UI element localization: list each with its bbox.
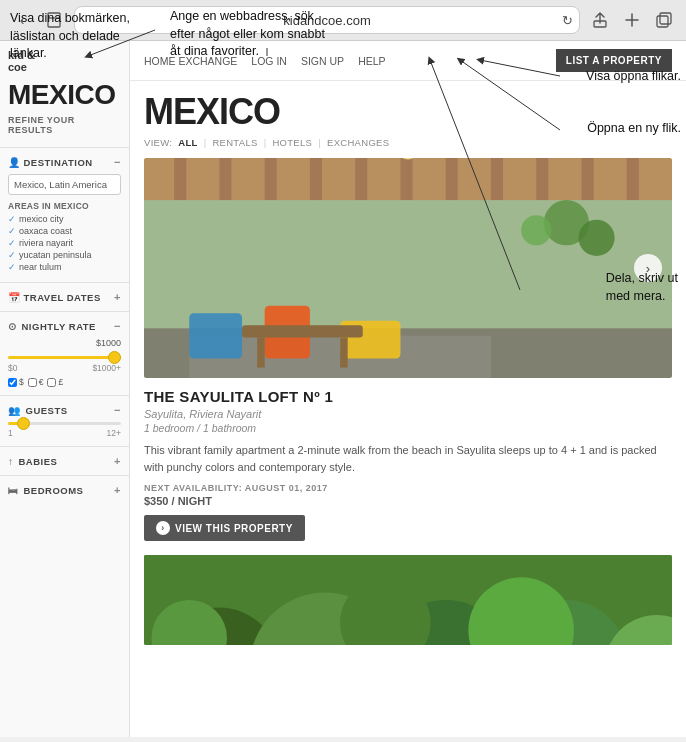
view-bar: VIEW: ALL | RENTALS | HOTELS | EXCHANGES (144, 137, 672, 148)
add-tab-icon (623, 11, 641, 29)
destination-icon: 👤 (8, 157, 21, 168)
site-nav: HOME EXCHANGE LOG IN SIGN UP HELP LIST A… (130, 41, 686, 81)
nav-login[interactable]: LOG IN (251, 55, 287, 67)
guests-slider[interactable] (8, 422, 121, 425)
view-hotels[interactable]: HOTELS (272, 137, 312, 148)
babies-header[interactable]: ↑ BABIES + (8, 455, 121, 467)
area-item-3[interactable]: ✓ yucatan peninsula (8, 250, 121, 260)
area-check-0: ✓ (8, 214, 16, 224)
destination-title: MEXICO (144, 81, 672, 137)
property-location-1: Sayulita, Riviera Nayarit (144, 408, 672, 420)
currency-euro[interactable]: € (28, 377, 44, 387)
area-item-0[interactable]: ✓ mexico city (8, 214, 121, 224)
rate-max-display: $1000 (8, 338, 121, 348)
area-item-2[interactable]: ✓ riviera nayarit (8, 238, 121, 248)
svg-rect-6 (660, 13, 671, 24)
area-check-2: ✓ (8, 238, 16, 248)
tabs-button[interactable] (652, 8, 676, 32)
babies-filter: ↑ BABIES + (0, 446, 129, 475)
property-card-2 (144, 555, 672, 645)
view-exchanges[interactable]: EXCHANGES (327, 137, 389, 148)
browser-body: kid & coe MEXICO REFINE YOUR RESULTS 👤 D… (0, 41, 686, 737)
view-rentals[interactable]: RENTALS (212, 137, 257, 148)
property-desc-1: This vibrant family apartment a 2-minute… (144, 442, 672, 475)
babies-plus[interactable]: + (114, 455, 121, 467)
view-all[interactable]: ALL (178, 137, 197, 148)
view-property-button-1[interactable]: › VIEW THIS PROPERTY (144, 515, 305, 541)
bedrooms-header[interactable]: 🛏 BEDROOMS + (8, 484, 121, 496)
nightly-rate-slider[interactable] (8, 356, 121, 359)
area-label-0: mexico city (19, 214, 64, 224)
calendar-icon: 📅 (8, 292, 21, 303)
back-button[interactable]: ‹ (10, 8, 34, 32)
guests-label: GUESTS (26, 405, 115, 416)
nightly-rate-header[interactable]: ⊙ NIGHTLY RATE − (8, 320, 121, 332)
view-label: VIEW: (144, 137, 172, 148)
property-image-2 (144, 555, 672, 645)
bedrooms-filter: 🛏 BEDROOMS + (0, 475, 129, 504)
travel-dates-filter: 📅 TRAVEL DATES + (0, 282, 129, 311)
nav-signup[interactable]: SIGN UP (301, 55, 344, 67)
address-bar[interactable]: kidandcoe.com ↻ (74, 6, 580, 34)
refine-label: REFINE YOUR RESULTS (8, 115, 121, 135)
new-tab-button[interactable] (620, 8, 644, 32)
nav-help[interactable]: HELP (358, 55, 385, 67)
property-details-1: 1 bedroom / 1 bathroom (144, 422, 672, 434)
area-check-1: ✓ (8, 226, 16, 236)
area-check-4: ✓ (8, 262, 16, 272)
nightly-rate-minus[interactable]: − (114, 320, 121, 332)
destination-input[interactable] (8, 174, 121, 195)
nav-links: HOME EXCHANGE LOG IN SIGN UP HELP (144, 55, 386, 67)
area-label-4: near tulum (19, 262, 62, 272)
list-property-button[interactable]: LIST A PROPERTY (556, 49, 672, 72)
sidebar: kid & coe MEXICO REFINE YOUR RESULTS 👤 D… (0, 41, 130, 737)
currency-dollar[interactable]: $ (8, 377, 24, 387)
rate-max-label: $1000+ (92, 363, 121, 373)
guests-header[interactable]: 👥 GUESTS − (8, 404, 121, 416)
rate-min-label: $0 (8, 363, 17, 373)
bedrooms-label: BEDROOMS (24, 485, 115, 496)
svg-point-30 (578, 220, 614, 256)
brand-logo: kid & coe (8, 49, 121, 73)
svg-point-31 (521, 215, 551, 245)
slider-fill (8, 356, 121, 359)
view-arrow-icon: › (156, 521, 170, 535)
next-image-button[interactable]: › (634, 254, 662, 282)
person-icon: 👥 (8, 405, 21, 416)
nav-home-exchange[interactable]: HOME EXCHANGE (144, 55, 237, 67)
guests-minus[interactable]: − (114, 404, 121, 416)
areas-title: AREAS IN MEXICO (8, 201, 121, 211)
tabs-icon (655, 11, 673, 29)
destination-header[interactable]: 👤 DESTINATION − (8, 156, 121, 168)
share-button[interactable] (588, 8, 612, 32)
gauge-icon: ⊙ (8, 321, 17, 332)
view-btn-label: VIEW THIS PROPERTY (175, 523, 293, 534)
area-item-1[interactable]: ✓ oaxaca coast (8, 226, 121, 236)
bed-icon: 🛏 (8, 485, 19, 496)
guests-max-label: 12+ (107, 428, 121, 438)
refresh-icon[interactable]: ↻ (562, 13, 573, 28)
page-title-sidebar: MEXICO (8, 79, 121, 111)
property-image-1: › (144, 158, 672, 378)
share-icon (591, 11, 609, 29)
destination-collapse[interactable]: − (114, 156, 121, 168)
destination-filter: 👤 DESTINATION − AREAS IN MEXICO ✓ mexico… (0, 147, 129, 282)
property-name-1: THE SAYULITA LOFT Nº 1 (144, 388, 672, 405)
area-label-3: yucatan peninsula (19, 250, 92, 260)
currency-pound[interactable]: £ (47, 377, 63, 387)
area-item-4[interactable]: ✓ near tulum (8, 262, 121, 272)
bedrooms-plus[interactable]: + (114, 484, 121, 496)
browser-toolbar: ‹ kidandcoe.com ↻ (0, 0, 686, 41)
svg-rect-26 (242, 325, 363, 337)
travel-dates-label: TRAVEL DATES (24, 292, 115, 303)
babies-label: BABIES (19, 456, 115, 467)
travel-dates-header[interactable]: 📅 TRAVEL DATES + (8, 291, 121, 303)
currency-options: $ € £ (8, 377, 121, 387)
next-avail-1: NEXT AVAILABILITY: AUGUST 01, 2017 (144, 483, 672, 493)
guests-min-label: 1 (8, 428, 13, 438)
area-label-2: riviera nayarit (19, 238, 73, 248)
svg-rect-27 (257, 337, 265, 367)
travel-dates-plus[interactable]: + (114, 291, 121, 303)
svg-rect-5 (657, 16, 668, 27)
bookmark-button[interactable] (42, 8, 66, 32)
